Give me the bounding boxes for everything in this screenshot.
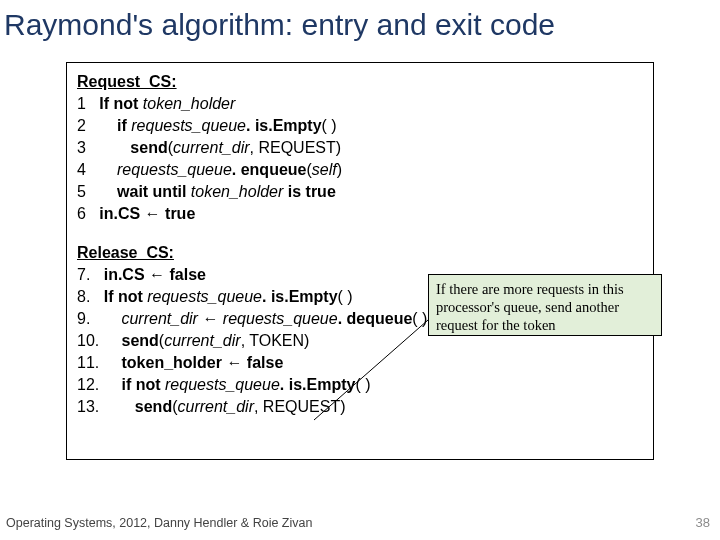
request-section: Request_CS: 1 If not token_holder2 if re… bbox=[77, 71, 643, 226]
release-line: 13. send(current_dir, REQUEST) bbox=[77, 396, 643, 418]
request-line: 6 in.CS ← true bbox=[77, 203, 643, 225]
code-box: Request_CS: 1 If not token_holder2 if re… bbox=[66, 62, 654, 460]
callout-box: If there are more requests in this proce… bbox=[428, 274, 662, 336]
request-line: 3 send(current_dir, REQUEST) bbox=[77, 137, 643, 159]
slide-title: Raymond's algorithm: entry and exit code bbox=[0, 0, 720, 56]
release-line: 11. token_holder ← false bbox=[77, 352, 643, 374]
request-line: 2 if requests_queue. is.Empty( ) bbox=[77, 115, 643, 137]
release-heading: Release_CS: bbox=[77, 242, 643, 264]
request-line: 4 requests_queue. enqueue(self) bbox=[77, 159, 643, 181]
page-number: 38 bbox=[696, 515, 710, 530]
request-line: 1 If not token_holder bbox=[77, 93, 643, 115]
footer-text: Operating Systems, 2012, Danny Hendler &… bbox=[6, 516, 312, 530]
request-heading: Request_CS: bbox=[77, 71, 643, 93]
release-line: 12. if not requests_queue. is.Empty( ) bbox=[77, 374, 643, 396]
request-line: 5 wait until token_holder is true bbox=[77, 181, 643, 203]
